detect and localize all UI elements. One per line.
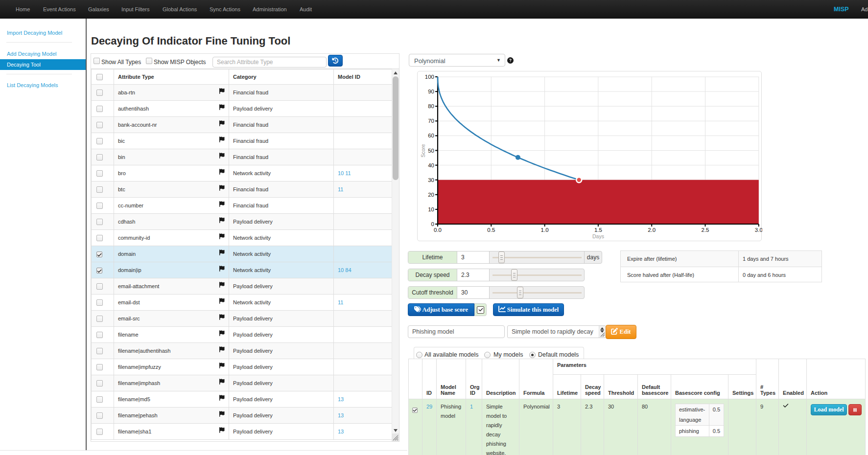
svg-text:40: 40 bbox=[428, 162, 434, 168]
svg-text:1.0: 1.0 bbox=[541, 227, 549, 233]
svg-text:0.0: 0.0 bbox=[434, 227, 442, 233]
svg-text:2.0: 2.0 bbox=[648, 227, 656, 233]
svg-text:10: 10 bbox=[428, 206, 434, 212]
svg-text:90: 90 bbox=[428, 89, 434, 94]
svg-text:3.0: 3.0 bbox=[755, 227, 762, 233]
svg-text:1.5: 1.5 bbox=[594, 227, 602, 233]
svg-text:Days: Days bbox=[592, 233, 604, 239]
svg-text:2.5: 2.5 bbox=[702, 227, 709, 233]
svg-text:Score: Score bbox=[420, 144, 426, 158]
svg-text:20: 20 bbox=[428, 192, 434, 198]
svg-text:80: 80 bbox=[428, 103, 434, 109]
svg-text:0: 0 bbox=[431, 221, 434, 227]
svg-text:60: 60 bbox=[428, 133, 434, 138]
svg-text:70: 70 bbox=[428, 118, 434, 124]
svg-text:100: 100 bbox=[425, 74, 434, 80]
svg-text:50: 50 bbox=[428, 148, 434, 154]
svg-text:0.5: 0.5 bbox=[487, 227, 495, 233]
svg-text:30: 30 bbox=[428, 177, 434, 183]
